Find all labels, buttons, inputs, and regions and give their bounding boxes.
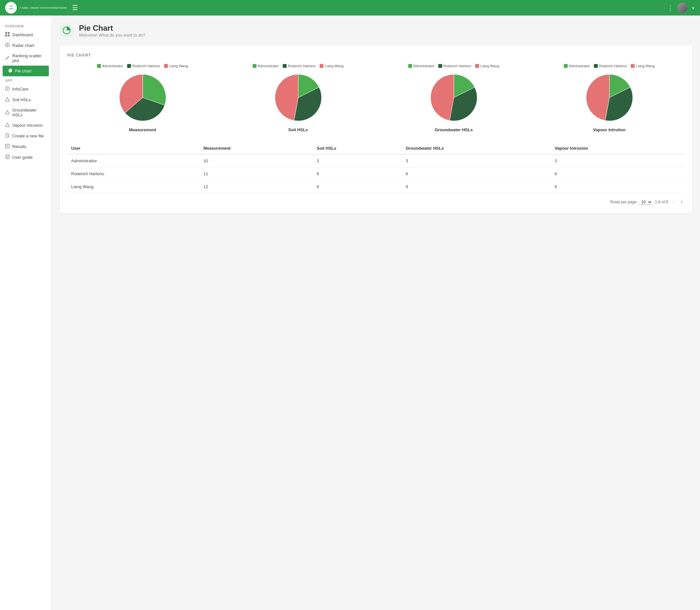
user-avatar[interactable] xyxy=(678,3,688,13)
vapour-intrusion-icon xyxy=(5,123,10,128)
sidebar-label-infocare: InfoCare xyxy=(12,87,29,92)
pie-chart-item-2: AdministratorRoderich HartonoLiang WangG… xyxy=(378,64,529,132)
rows-per-page-select[interactable]: 10 25 50 xyxy=(639,199,652,205)
table-cell: 12 xyxy=(200,180,313,193)
sidebar-item-create-new-file[interactable]: Create a new file xyxy=(0,131,51,141)
pie-chart-label-3: Vapour Intrution xyxy=(593,127,625,132)
legend-item: Liang Wang xyxy=(164,64,188,68)
svg-point-12 xyxy=(7,57,8,58)
svg-rect-5 xyxy=(5,35,7,36)
sidebar-label-dashboard: Dashboard xyxy=(12,32,33,37)
sidebar-item-vapour-intrusion[interactable]: Vapour intrusion xyxy=(0,120,51,131)
legend-item: Liang Wang xyxy=(631,64,655,68)
pie-chart-icon xyxy=(8,68,12,74)
pie-legend-3: AdministratorRoderich HartonoLiang Wang xyxy=(564,64,655,68)
svg-rect-6 xyxy=(8,35,10,36)
scatter-plot-icon xyxy=(5,55,10,61)
data-table: UserMeasurementSoil HSLsGroundwater HSLs… xyxy=(67,143,684,193)
page-title: Pie Chart xyxy=(79,23,145,33)
table-cell: 8 xyxy=(313,180,402,193)
legend-item: Administrator xyxy=(564,64,590,68)
dashboard-icon xyxy=(5,32,10,37)
pie-chart-label-0: Measurement xyxy=(129,127,156,132)
table-cell: 6 xyxy=(551,167,684,180)
sidebar-item-groundwater-hsls[interactable]: Groundwater HSLs xyxy=(0,105,51,120)
sidebar-item-dashboard[interactable]: Dashboard xyxy=(0,29,51,40)
main-content: Pie Chart Welcome! What do you want to d… xyxy=(52,16,700,610)
legend-item: Liang Wang xyxy=(320,64,344,68)
logo-tagline: A safer, cleaner environmental future xyxy=(19,6,67,10)
sidebar: OVERVIEW Dashboard Radar chart Ranking s… xyxy=(0,16,52,610)
sidebar-item-results[interactable]: Results xyxy=(0,141,51,152)
sidebar-label-user-guide: User guide xyxy=(12,155,33,160)
user-menu-chevron-icon[interactable]: ∨ xyxy=(691,5,695,10)
pagination-next-button[interactable]: › xyxy=(679,198,684,206)
pie-svg-wrap-0 xyxy=(117,72,169,124)
pie-svg-wrap-2 xyxy=(428,72,480,124)
pie-chart-label-2: Groundwater HSLs xyxy=(435,127,473,132)
pie-svg-wrap-1 xyxy=(273,72,324,124)
legend-item: Roderich Hartono xyxy=(283,64,316,68)
legend-item: Administrator xyxy=(408,64,434,68)
pie-chart-card: PIE CHART AdministratorRoderich HartonoL… xyxy=(60,45,692,213)
sidebar-item-soil-hsls[interactable]: Soil HSLs xyxy=(0,94,51,105)
sidebar-label-ranking-scatter-plot: Ranking scatter plot xyxy=(12,53,46,63)
legend-item: Roderich Hartono xyxy=(594,64,627,68)
sidebar-item-pie-chart[interactable]: Pie chart xyxy=(3,66,49,76)
sidebar-item-ranking-scatter-plot[interactable]: Ranking scatter plot xyxy=(0,51,51,66)
pie-legend-0: AdministratorRoderich HartonoLiang Wang xyxy=(97,64,188,68)
sidebar-item-radar-chart[interactable]: Radar chart xyxy=(0,40,51,51)
top-navigation: CRC CARE A safer, cleaner environmental … xyxy=(0,0,700,16)
table-header-row: UserMeasurementSoil HSLsGroundwater HSLs… xyxy=(67,143,684,154)
page-header-icon xyxy=(60,23,74,37)
pagination-prev-button[interactable]: ‹ xyxy=(671,198,676,206)
table-cell: Liang Wang xyxy=(67,180,200,193)
legend-item: Roderich Hartono xyxy=(127,64,160,68)
legend-item: Liang Wang xyxy=(475,64,499,68)
pie-chart-item-0: AdministratorRoderich HartonoLiang WangM… xyxy=(67,64,218,132)
table-cell: 8 xyxy=(402,180,550,193)
logo-area: CRC CARE A safer, cleaner environmental … xyxy=(5,2,67,14)
table-header-cell: Groundwater HSLs xyxy=(402,143,550,154)
pagination-range: 1-8 of 8 xyxy=(655,200,668,204)
create-file-icon xyxy=(5,133,10,139)
sidebar-label-groundwater-hsls: Groundwater HSLs xyxy=(12,108,46,117)
table-cell: 3 xyxy=(551,154,684,167)
svg-marker-18 xyxy=(5,110,10,114)
page-header-text: Pie Chart Welcome! What do you want to d… xyxy=(79,23,145,37)
table-cell: Administratior xyxy=(67,154,200,167)
sidebar-item-infocare[interactable]: InfoCare xyxy=(0,84,51,94)
more-options-icon[interactable]: ⋮ xyxy=(667,4,673,12)
sidebar-label-vapour-intrusion: Vapour intrusion xyxy=(12,123,43,128)
svg-marker-19 xyxy=(5,123,10,127)
svg-rect-3 xyxy=(5,32,7,34)
table-cell: 6 xyxy=(402,167,550,180)
table-cell: 6 xyxy=(313,167,402,180)
user-guide-icon xyxy=(5,155,10,160)
legend-item: Roderich Hartono xyxy=(438,64,471,68)
table-row: Roderich Hartono11666 xyxy=(67,167,684,180)
table-cell: Roderich Hartono xyxy=(67,167,200,180)
rows-per-page-label: Rows per page: 10 25 50 xyxy=(610,199,652,205)
sidebar-item-user-guide[interactable]: User guide xyxy=(0,152,51,163)
table-cell: 3 xyxy=(402,154,550,167)
svg-text:CARE: CARE xyxy=(9,8,14,10)
crc-care-logo-svg: CRC CARE xyxy=(6,3,16,13)
sidebar-label-soil-hsls: Soil HSLs xyxy=(12,97,31,102)
page-subtitle: Welcome! What do you want to do? xyxy=(79,33,145,37)
table-pagination: Rows per page: 10 25 50 1-8 of 8 ‹ › xyxy=(67,198,684,206)
svg-text:CRC: CRC xyxy=(9,5,14,7)
pie-svg-wrap-3 xyxy=(584,72,635,124)
nav-left: CRC CARE A safer, cleaner environmental … xyxy=(5,2,78,14)
sidebar-label-results: Results xyxy=(12,144,26,149)
sidebar-label-radar-chart: Radar chart xyxy=(12,43,34,48)
overview-section-label: OVERVIEW xyxy=(0,22,51,29)
hamburger-icon[interactable]: ☰ xyxy=(72,4,78,12)
app-section-label: APP xyxy=(0,76,51,84)
sidebar-label-create-new-file: Create a new file xyxy=(12,133,44,138)
svg-marker-17 xyxy=(5,97,10,101)
table-row: Administratior10333 xyxy=(67,154,684,167)
table-header-cell: Vapour Intrusion xyxy=(551,143,684,154)
results-icon xyxy=(5,144,10,149)
svg-rect-20 xyxy=(6,133,9,138)
